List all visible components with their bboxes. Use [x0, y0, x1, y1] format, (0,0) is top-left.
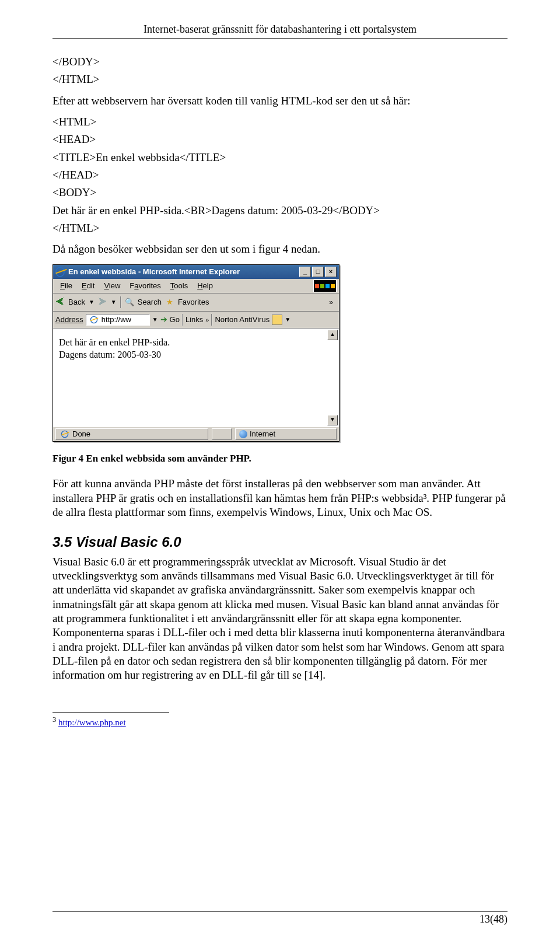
status-zone: Internet [235, 428, 337, 440]
running-head: Internet-baserat gränssnitt för databash… [52, 23, 508, 36]
footer-rule [52, 911, 508, 912]
scroll-up-button[interactable]: ▲ [327, 330, 338, 340]
window-title: En enkel webbsida - Microsoft Internet E… [68, 267, 299, 277]
maximize-button[interactable]: □ [312, 267, 324, 277]
page-icon [90, 316, 97, 324]
status-done: Done [55, 428, 208, 440]
separator [211, 314, 212, 326]
page-number: 13(48) [52, 913, 508, 925]
page-content: ▲ Det här är en enkel PHP-sida. Dagens d… [53, 329, 339, 427]
footnote-link[interactable]: http://www.php.net [58, 718, 126, 727]
dropdown-icon[interactable]: ▼ [152, 316, 158, 324]
menu-view[interactable]: View [99, 280, 125, 292]
go-button[interactable]: Go [170, 315, 180, 325]
status-sep [212, 428, 232, 440]
figure-caption: Figur 4 En enkel webbsida som använder P… [52, 452, 508, 465]
code-line: <HTML> [52, 115, 508, 129]
back-icon[interactable]: ⮜ [55, 296, 65, 308]
code-line: </HTML> [52, 221, 508, 235]
ie-icon [55, 267, 65, 277]
search-icon[interactable]: 🔍 [125, 298, 134, 307]
favorites-button[interactable]: Favorites [178, 298, 209, 308]
chevron-down-icon[interactable]: ▼ [89, 299, 94, 306]
forward-icon[interactable]: ⮞ [98, 296, 107, 308]
paragraph: Efter att webbservern har översatt koden… [52, 94, 508, 108]
address-value: http://ww [102, 315, 131, 325]
norton-icon[interactable] [272, 315, 282, 325]
scroll-down-button[interactable]: ▼ [327, 415, 338, 425]
globe-icon [239, 430, 247, 438]
paragraph: För att kunna använda PHP måste det förs… [52, 477, 508, 519]
menu-file[interactable]: File [55, 280, 77, 292]
ie-icon [61, 431, 69, 438]
code-line: <HEAD> [52, 132, 508, 146]
footnote-number: 3 [52, 715, 56, 724]
separator [182, 314, 183, 326]
minimize-button[interactable]: _ [299, 267, 311, 277]
address-label: Address [55, 315, 83, 325]
address-input[interactable]: http://ww [86, 314, 150, 326]
windows-logo-icon [313, 280, 337, 292]
menubar: File Edit View Favorites Tools Help [53, 279, 339, 294]
browser-window: En enkel webbsida - Microsoft Internet E… [52, 264, 340, 442]
chevron-down-icon[interactable]: ▼ [111, 299, 117, 306]
content-line: Det här är en enkel PHP-sida. [59, 337, 333, 348]
code-line: </HTML> [52, 72, 508, 86]
overflow-icon[interactable]: » [205, 316, 209, 324]
titlebar: En enkel webbsida - Microsoft Internet E… [53, 265, 339, 279]
address-bar: Address http://ww ▼ ➔ Go Links » Norton … [53, 312, 339, 329]
header-rule [52, 38, 508, 39]
search-button[interactable]: Search [138, 298, 162, 308]
footnote: 3 http://www.php.net [52, 715, 508, 728]
paragraph: Då någon besöker webbsidan ser den ut so… [52, 242, 508, 256]
links-label[interactable]: Links [186, 315, 203, 325]
section-heading: 3.5 Visual Basic 6.0 [52, 533, 508, 551]
go-icon[interactable]: ➔ [160, 315, 167, 325]
code-line: <TITLE>En enkel webbsida</TITLE> [52, 151, 508, 165]
close-button[interactable]: × [325, 267, 337, 277]
chevron-down-icon[interactable]: ▼ [285, 316, 290, 324]
code-line: </BODY> [52, 55, 508, 69]
footnote-separator [52, 712, 169, 713]
separator [120, 296, 121, 308]
code-line: </HEAD> [52, 168, 508, 182]
norton-label[interactable]: Norton AntiVirus [215, 315, 270, 325]
code-line: Det här är en enkel PHP-sida.<BR>Dagens … [52, 204, 508, 218]
content-line: Dagens datum: 2005-03-30 [59, 349, 333, 361]
back-button[interactable]: Back [68, 298, 85, 308]
menu-tools[interactable]: Tools [166, 280, 192, 292]
status-bar: Done Internet [53, 427, 339, 441]
code-line: <BODY> [52, 186, 508, 200]
menu-favorites[interactable]: Favorites [125, 280, 165, 292]
favorites-icon[interactable]: ★ [165, 298, 174, 307]
paragraph: Visual Basic 6.0 är ett programmeringssp… [52, 555, 508, 683]
menu-help[interactable]: Help [192, 280, 218, 292]
overflow-icon[interactable]: » [329, 298, 337, 307]
toolbar: ⮜ Back ▼ ⮞ ▼ 🔍 Search ★ Favorites » [53, 294, 339, 312]
menu-edit[interactable]: Edit [77, 280, 99, 292]
